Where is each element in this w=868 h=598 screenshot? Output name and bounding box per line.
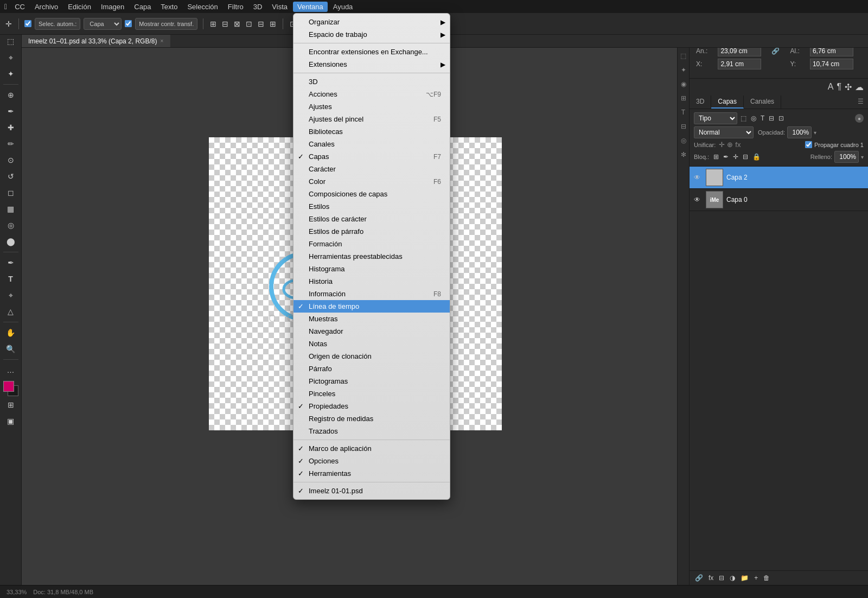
brush-tool[interactable]: ✏ — [3, 136, 18, 151]
menu-histograma[interactable]: Histograma — [293, 263, 450, 275]
gradient-tool[interactable]: ▦ — [3, 201, 18, 217]
paragraph-icon[interactable]: ¶ — [837, 82, 841, 92]
layers-menu-icon[interactable]: ☰ — [853, 96, 868, 109]
capa2-visibility-icon[interactable]: 👁 — [694, 174, 703, 181]
menubar-3d[interactable]: 3D — [249, 2, 267, 12]
selection-tool[interactable]: ⬚ — [3, 34, 18, 49]
unificar-style-icon[interactable]: fx — [735, 141, 741, 149]
menu-registro-medidas[interactable]: Registro de medidas — [293, 412, 450, 425]
menubar-ayuda[interactable]: Ayuda — [329, 2, 358, 12]
layer-mask-icon[interactable]: ⊟ — [718, 573, 725, 583]
y-input[interactable] — [810, 59, 853, 69]
tools-icon[interactable]: ✣ — [845, 82, 852, 92]
menu-herramientas-pre[interactable]: Herramientas preestablecidas — [293, 250, 450, 263]
menu-3d[interactable]: 3D — [293, 75, 450, 88]
text-tool[interactable]: T — [3, 271, 18, 287]
propagate-checkbox[interactable] — [805, 141, 812, 148]
menubar-archivo[interactable]: Archivo — [30, 2, 62, 12]
path-tool[interactable]: ⌖ — [3, 288, 18, 303]
new-layer-icon[interactable]: + — [753, 573, 759, 583]
align-bottom-icon[interactable]: ⊞ — [269, 18, 277, 29]
menu-opciones[interactable]: ✓ Opciones — [293, 455, 450, 467]
menubar-capa[interactable]: Capa — [130, 2, 155, 12]
menu-marco-aplicacion[interactable]: ✓ Marco de aplicación — [293, 442, 450, 455]
quick-mask-toggle[interactable]: ⊞ — [3, 397, 18, 412]
history-brush-tool[interactable]: ↺ — [3, 169, 18, 184]
menu-herramientas[interactable]: ✓ Herramientas — [293, 467, 450, 480]
lock-pos-icon[interactable]: ⊞ — [712, 152, 720, 162]
menu-pinceles[interactable]: Pinceles — [293, 387, 450, 400]
menu-informacion[interactable]: Información F8 — [293, 288, 450, 300]
menu-capas[interactable]: ✓ Capas F7 — [293, 150, 450, 163]
foreground-color-swatch[interactable] — [3, 381, 14, 392]
move-tool-icon[interactable]: ✛ — [4, 18, 13, 29]
lock-draw-icon[interactable]: ✒ — [722, 152, 730, 162]
filter-icon-5[interactable]: ⊡ — [777, 113, 785, 123]
magic-wand-tool[interactable]: ✦ — [3, 66, 18, 81]
color-swatches[interactable] — [3, 381, 18, 396]
lasso-tool[interactable]: ⌖ — [3, 50, 18, 65]
menu-parrafo[interactable]: Párrafo — [293, 362, 450, 375]
more-tools[interactable]: … — [3, 362, 18, 378]
menu-caracter[interactable]: Carácter — [293, 163, 450, 175]
show-transform-checkbox[interactable] — [125, 20, 132, 27]
menu-trazados[interactable]: Trazados — [293, 425, 450, 437]
panel-icon-7[interactable]: ◎ — [679, 136, 688, 145]
align-center-icon[interactable]: ⊟ — [221, 18, 229, 29]
panel-icon-8[interactable]: ✻ — [679, 150, 688, 160]
menu-notas[interactable]: Notas — [293, 338, 450, 350]
menu-color[interactable]: Color F6 — [293, 175, 450, 188]
blend-mode-dropdown[interactable]: Normal — [694, 126, 754, 138]
panel-icon-3[interactable]: ◉ — [679, 79, 688, 89]
menu-espacio-trabajo[interactable]: ▶ Espacio de trabajo — [293, 28, 450, 41]
link-layers-icon[interactable]: 🔗 — [694, 573, 704, 583]
align-vcenter-icon[interactable]: ⊟ — [257, 18, 265, 29]
tab-canales[interactable]: Canales — [744, 96, 781, 109]
menu-origen-clonacion[interactable]: Origen de clonación — [293, 350, 450, 362]
autoselect-dropdown[interactable]: Capa Grupo — [84, 18, 122, 30]
menubar-ventana[interactable]: Ventana — [293, 2, 328, 12]
menubar-imagen[interactable]: Imagen — [97, 2, 129, 12]
menubar-cc[interactable]: CC — [10, 2, 29, 12]
menu-formacion[interactable]: Formación — [293, 238, 450, 250]
opacity-arrow[interactable]: ▾ — [814, 130, 816, 136]
menu-estilos-parrafo[interactable]: Estilos de párrafo — [293, 225, 450, 238]
cloud-icon[interactable]: ☁ — [855, 82, 864, 92]
filter-icon-4[interactable]: ⊟ — [768, 113, 775, 123]
layer-effects-icon[interactable]: fx — [707, 573, 714, 583]
panel-icon-5[interactable]: T — [679, 107, 688, 117]
menu-pictogramas[interactable]: Pictogramas — [293, 375, 450, 387]
align-right-icon[interactable]: ⊠ — [233, 18, 241, 29]
crop-tool[interactable]: ⊕ — [3, 87, 18, 103]
lock-artboard-icon[interactable]: ⊟ — [742, 152, 749, 162]
align-left-icon[interactable]: ⊞ — [209, 18, 218, 29]
menu-canales[interactable]: Canales — [293, 138, 450, 150]
autoselect-checkbox[interactable] — [24, 20, 31, 27]
shape-tool[interactable]: △ — [3, 304, 18, 319]
menu-historia[interactable]: Historia — [293, 275, 450, 288]
blur-tool[interactable]: ◎ — [3, 218, 18, 233]
menu-bibliotecas[interactable]: Bibliotecas — [293, 125, 450, 138]
hand-tool[interactable]: ✋ — [3, 325, 18, 340]
align-top-icon[interactable]: ⊡ — [245, 18, 253, 29]
menu-linea-tiempo[interactable]: ✓ Línea de tiempo — [293, 300, 450, 313]
dodge-tool[interactable]: ⬤ — [3, 234, 18, 249]
opacity-input[interactable] — [787, 126, 812, 138]
lock-move-icon[interactable]: ✛ — [732, 152, 739, 162]
menubar-filtro[interactable]: Filtro — [224, 2, 248, 12]
menu-imeelz-file[interactable]: ✓ Imeelz 01-01.psd — [293, 485, 450, 497]
menu-organizar[interactable]: ▶ Organizar — [293, 16, 450, 28]
menu-composiciones[interactable]: Composiciones de capas — [293, 188, 450, 200]
tab-close-button[interactable]: × — [160, 38, 163, 44]
layer-group-icon[interactable]: 📁 — [739, 573, 750, 583]
unificar-pos-icon[interactable]: ✛ — [719, 141, 725, 149]
tab-capas[interactable]: Capas — [711, 96, 744, 109]
lock-all-icon[interactable]: 🔒 — [751, 152, 762, 162]
menu-exchange[interactable]: Encontrar extensiones en Exchange... — [293, 46, 450, 58]
menu-muestras[interactable]: Muestras — [293, 313, 450, 325]
panel-icon-1[interactable]: ⬚ — [679, 51, 688, 61]
menu-estilos-caracter[interactable]: Estilos de carácter — [293, 213, 450, 225]
propagate-checkbox-label[interactable]: Propagar cuadro 1 — [805, 141, 864, 148]
layer-item-capa2[interactable]: 👁 Capa 2 — [690, 167, 868, 189]
relleno-input[interactable] — [834, 151, 859, 163]
